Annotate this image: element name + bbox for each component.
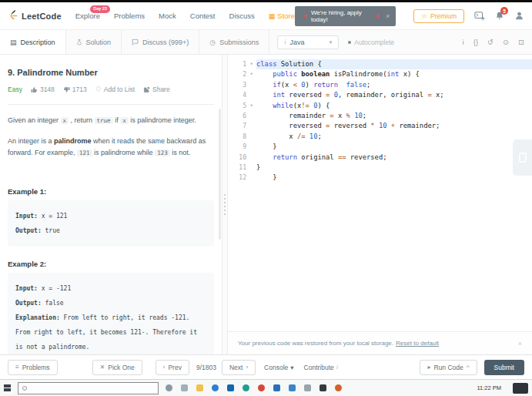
outlook-icon[interactable] [273,384,280,391]
taskbar-app-icons [166,384,342,391]
taskbar-search-input[interactable] [18,382,159,394]
banner-close-icon[interactable]: × [386,12,390,20]
code-restored-notification: Your previous code was restored from you… [228,331,532,354]
reset-icon[interactable]: ↺ [487,38,494,46]
submit-button[interactable]: Submit [484,360,524,375]
editor-toolbar: i Java ▾ Autocomplete i {} ↺ ⊙ ⊡ [269,30,532,54]
code-line[interactable]: 10 return original == reversed; [228,153,532,163]
leetcode-window: LeetCode Explore Day 23 Problems Mock Co… [0,0,532,396]
search-icon [22,386,27,391]
start-button[interactable] [4,384,11,391]
dislike-button[interactable]: 1713 [63,86,87,93]
tab-solution[interactable]: Solution [66,30,122,54]
edge-icon[interactable] [212,384,219,391]
code-line[interactable]: 4 int reversed = 0, remainder, original … [228,90,532,100]
notification-text: Your previous code was restored from you… [238,340,393,347]
opera-icon[interactable] [258,384,265,391]
problems-list-button[interactable]: ≡ Problems [8,360,58,375]
format-icon[interactable]: {} [473,38,478,46]
mail-icon[interactable] [289,384,296,391]
section-divider [8,104,214,105]
language-icon: i [284,39,286,45]
fullscreen-icon[interactable]: ⊡ [518,38,524,46]
left-panel-scrollbar[interactable] [219,109,221,240]
info-icon: i [336,364,338,371]
notepad-icon[interactable] [304,384,311,391]
tab-discuss[interactable]: Discuss (999+) [122,30,199,54]
windows-taskbar: 11:22 PM [0,379,532,396]
thumbs-down-icon [63,86,70,93]
fold-arrow-icon[interactable]: ▾ [246,101,256,111]
run-code-button[interactable]: ▸ Run Code ^ [420,360,477,375]
premium-star-icon: ☆ [421,12,427,20]
heart-icon: ♡ [95,86,102,93]
language-select[interactable]: i Java ▾ [277,35,339,49]
notification-close-icon[interactable]: × [518,340,522,347]
reset-to-default-link[interactable]: Reset to default [396,340,439,347]
people-app-icon[interactable] [166,384,172,391]
tab-description[interactable]: ▤ Description [0,30,66,54]
panel-resize-handle[interactable] [222,55,228,354]
fold-gutter [246,173,256,183]
autocomplete-toggle[interactable]: Autocomplete [348,39,394,46]
leetcode-logo[interactable]: LeetCode [8,8,62,24]
hiring-banner[interactable]: ◄ We're hiring, apply today! ◄ × [295,6,396,26]
nav-item-mock[interactable]: Mock [159,12,176,20]
file-explorer-icon[interactable] [196,384,203,391]
code-editor-panel[interactable]: 1▾class Solution {2▾ public boolean isPa… [228,55,532,354]
code-line[interactable]: 12 } [228,173,532,183]
nav-item-store[interactable]: ▦ Store [269,12,295,20]
line-number: 10 [228,153,246,163]
thumbs-up-icon [31,86,38,93]
tray-button[interactable] [513,383,528,394]
code-line[interactable]: 1▾class Solution { [228,59,532,69]
sharepoint-icon[interactable] [243,384,249,391]
powerpoint-icon[interactable] [335,384,342,391]
add-to-list-button[interactable]: ♡ Add to List [95,86,135,93]
line-number: 1 [228,59,246,69]
description-paragraph: An integer is a palindrome when it reads… [8,136,214,158]
example-code-block: Input: x = -121Output: falseExplanation:… [8,273,214,354]
fold-arrow-icon[interactable]: ▾ [246,69,256,79]
next-button[interactable]: Next › [222,360,256,375]
terminal-icon[interactable] [320,384,326,391]
premium-button[interactable]: ☆ Premium [413,9,464,23]
fold-gutter [246,111,256,121]
explore-day-badge: Day 23 [90,5,110,13]
linkedin-icon[interactable] [227,384,234,391]
pick-one-button[interactable]: ✕ Pick One [92,360,142,375]
chat-bubble-icon [132,39,139,45]
playground-new-icon[interactable] [474,11,485,21]
collapsed-panel-handle[interactable] [513,139,532,176]
info-icon[interactable]: i [463,38,464,46]
code-line[interactable]: 3 if(x < 0) return false; [228,80,532,90]
user-avatar[interactable] [514,11,524,21]
contribute-link[interactable]: Contribute i [304,364,338,371]
code-line[interactable]: 7 reversed = reversed * 10 + remainder; [228,121,532,131]
share-icon [143,86,150,93]
code-line[interactable]: 6 remainder = x % 10; [228,111,532,121]
code-line[interactable]: 2▾ public boolean isPalindrome(int x) { [228,69,532,79]
fold-gutter [246,132,256,142]
nav-item-contest[interactable]: Contest [190,12,216,20]
like-button[interactable]: 3148 [31,86,55,93]
settings-icon[interactable]: ⊙ [503,38,509,46]
clock-icon: ◷ [209,39,216,46]
fold-arrow-icon[interactable]: ▾ [246,59,256,69]
notifications-bell[interactable]: 5 [495,11,504,21]
share-button[interactable]: Share [143,86,170,93]
code-editor[interactable]: 1▾class Solution {2▾ public boolean isPa… [228,59,532,183]
nav-item-discuss[interactable]: Discuss [229,12,255,20]
code-line[interactable]: 11} [228,163,532,173]
photos-app-icon[interactable] [181,384,188,391]
code-line[interactable]: 8 x /= 10; [228,132,532,142]
tab-submissions[interactable]: ◷ Submissions [199,30,269,54]
nav-item-explore[interactable]: Explore Day 23 [75,12,100,20]
nav-item-problems[interactable]: Problems [114,12,145,20]
play-icon: ▸ [427,364,430,371]
line-number: 6 [228,111,246,121]
prev-button[interactable]: ‹ Prev [156,360,189,375]
code-line[interactable]: 9 } [228,142,532,152]
code-line[interactable]: 5▾ while(x!= 0) { [228,101,532,111]
console-toggle[interactable]: Console ▾ [264,364,293,371]
